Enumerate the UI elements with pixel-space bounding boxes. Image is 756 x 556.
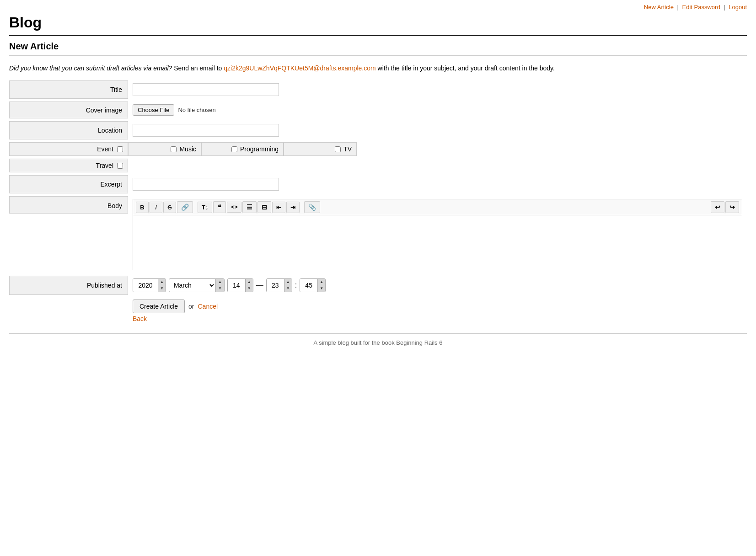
month-down-btn[interactable]: ▼ [216, 285, 224, 292]
code-button[interactable]: <> [227, 202, 241, 213]
link-button[interactable]: 🔗 [177, 201, 193, 213]
published-at-label: Published at [9, 276, 128, 294]
event-checkbox[interactable] [117, 146, 123, 152]
hour-up-btn[interactable]: ▲ [284, 279, 292, 285]
toolbar-right: ↩ ↪ [711, 201, 739, 213]
date-dash: — [256, 281, 263, 289]
categories-row-2: Travel [9, 159, 747, 172]
location-input-cell [128, 121, 284, 139]
numbered-list-button[interactable]: ⊟ [257, 201, 271, 213]
redo-button[interactable]: ↪ [725, 201, 739, 213]
back-link[interactable]: Back [133, 315, 147, 322]
undo-button[interactable]: ↩ [711, 201, 724, 213]
choose-file-button[interactable]: Choose File [133, 104, 174, 116]
footer: A simple blog built for the book Beginni… [9, 333, 747, 352]
title-input-cell [128, 80, 284, 99]
create-article-button[interactable]: Create Article [133, 299, 185, 313]
month-up-btn[interactable]: ▲ [216, 279, 224, 285]
location-label: Location [9, 121, 128, 139]
year-down-btn[interactable]: ▼ [158, 285, 166, 292]
body-row: Body B I S 🔗 T↕ ❝ <> ☰ ⊟ ⇤ ⇥ 📎 ↩ ↪ [9, 196, 747, 273]
minute-down-btn[interactable]: ▼ [318, 285, 325, 292]
cover-image-row: Cover image Choose File No file chosen [9, 102, 747, 118]
bold-button[interactable]: B [136, 202, 149, 213]
toolbar-left: B I S 🔗 T↕ ❝ <> ☰ ⊟ ⇤ ⇥ 📎 [136, 201, 320, 213]
heading-button[interactable]: T↕ [198, 202, 212, 213]
action-row: Create Article or Cancel [133, 299, 747, 313]
music-checkbox[interactable] [171, 146, 177, 152]
day-up-btn[interactable]: ▲ [246, 279, 253, 285]
year-spinner: ▲ ▼ [133, 278, 166, 292]
categories-section: Event Music Programming TV Travel [9, 142, 747, 172]
body-editor[interactable] [133, 215, 742, 270]
programming-label[interactable]: Programming [201, 142, 284, 156]
site-title: Blog [9, 12, 747, 35]
title-input[interactable] [133, 83, 279, 96]
published-at-row: Published at ▲ ▼ JanuaryFebruaryMarchApr… [9, 276, 747, 294]
event-label[interactable]: Event [9, 142, 128, 156]
bullet-list-button[interactable]: ☰ [242, 201, 257, 213]
file-input-area: Choose File No file chosen [133, 104, 216, 116]
music-label-text: Music [179, 145, 196, 153]
title-divider [9, 35, 747, 36]
month-spinner-btns: ▲ ▼ [215, 279, 224, 291]
title-row: Title [9, 80, 747, 99]
hour-down-btn[interactable]: ▼ [284, 285, 292, 292]
page-heading: New Article [9, 41, 747, 52]
minute-input[interactable] [300, 279, 317, 291]
programming-label-text: Programming [240, 145, 279, 153]
location-input[interactable] [133, 124, 279, 137]
year-input[interactable] [133, 279, 158, 291]
minute-spinner-btns: ▲ ▼ [317, 279, 325, 291]
excerpt-input[interactable] [133, 178, 279, 191]
tv-label-text: TV [343, 145, 352, 153]
indent-right-button[interactable]: ⇥ [286, 202, 300, 213]
year-up-btn[interactable]: ▲ [158, 279, 166, 285]
minute-up-btn[interactable]: ▲ [318, 279, 325, 285]
body-content-area: B I S 🔗 T↕ ❝ <> ☰ ⊟ ⇤ ⇥ 📎 ↩ ↪ [128, 196, 747, 273]
no-file-text: No file chosen [178, 107, 215, 113]
strikethrough-button[interactable]: S [163, 202, 176, 213]
title-label: Title [9, 80, 128, 99]
travel-checkbox[interactable] [117, 163, 123, 169]
excerpt-input-cell [128, 175, 284, 193]
info-text: Did you know that you can submit draft a… [9, 63, 747, 73]
indent-left-button[interactable]: ⇤ [272, 202, 285, 213]
travel-label[interactable]: Travel [9, 159, 128, 172]
attachment-button[interactable]: 📎 [304, 201, 320, 213]
excerpt-label: Excerpt [9, 175, 128, 193]
published-at-cell: ▲ ▼ JanuaryFebruaryMarchAprilMayJuneJuly… [128, 276, 330, 294]
header-nav: New Article | Edit Password | Logout [9, 0, 747, 12]
italic-button[interactable]: I [150, 202, 162, 213]
quote-button[interactable]: ❝ [213, 201, 226, 213]
month-select-container: JanuaryFebruaryMarchAprilMayJuneJulyAugu… [169, 278, 225, 292]
cancel-link[interactable]: Cancel [198, 303, 218, 310]
logout-link[interactable]: Logout [729, 4, 747, 11]
tv-checkbox[interactable] [335, 146, 341, 152]
travel-label-text: Travel [96, 162, 113, 169]
heading-divider [9, 55, 747, 56]
hour-input[interactable] [267, 279, 284, 291]
categories-row-1: Event Music Programming TV [9, 142, 747, 156]
info-italic: Did you know that you can submit draft a… [9, 64, 172, 72]
programming-checkbox[interactable] [231, 146, 237, 152]
info-rest: with the title in your subject, and your… [378, 64, 555, 72]
nav-sep-1: | [677, 4, 681, 11]
info-text-part: Send an email to [174, 64, 222, 72]
cover-image-label: Cover image [9, 102, 128, 118]
tv-label[interactable]: TV [284, 142, 357, 156]
actions-area: Create Article or Cancel Back [9, 299, 747, 322]
minute-spinner: ▲ ▼ [300, 278, 326, 292]
month-select[interactable]: JanuaryFebruaryMarchAprilMayJuneJulyAugu… [169, 279, 215, 291]
music-label[interactable]: Music [128, 142, 201, 156]
day-input[interactable] [228, 279, 245, 291]
event-label-text: Event [97, 145, 113, 153]
draft-email-link[interactable]: qzi2k2g9ULwZhVqFQTKUet5M@drafts.example.… [224, 64, 375, 72]
edit-password-link[interactable]: Edit Password [682, 4, 720, 11]
excerpt-row: Excerpt [9, 175, 747, 193]
new-article-link[interactable]: New Article [644, 4, 674, 11]
day-spinner: ▲ ▼ [227, 278, 253, 292]
body-toolbar: B I S 🔗 T↕ ❝ <> ☰ ⊟ ⇤ ⇥ 📎 ↩ ↪ [133, 199, 742, 215]
day-down-btn[interactable]: ▼ [246, 285, 253, 292]
footer-text: A simple blog built for the book Beginni… [314, 339, 443, 346]
